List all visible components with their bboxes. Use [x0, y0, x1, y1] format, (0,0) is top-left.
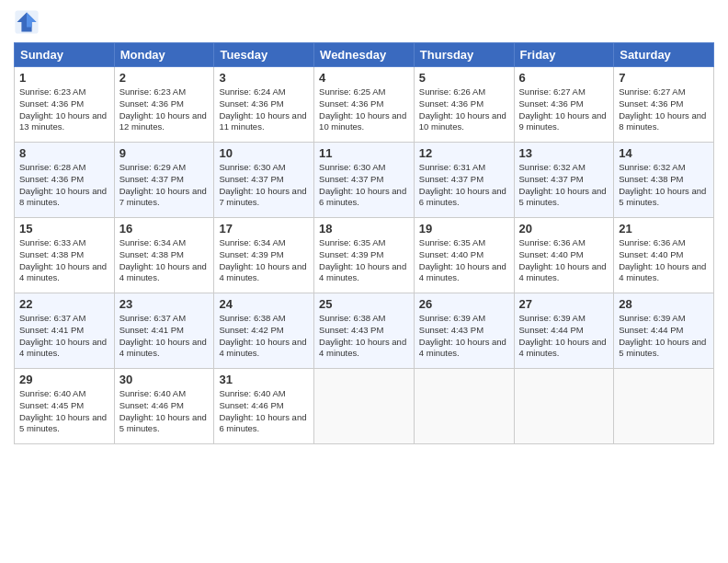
calendar-cell [614, 369, 714, 444]
day-info: Sunrise: 6:25 AMSunset: 4:36 PMDaylight:… [319, 86, 409, 133]
day-number: 30 [119, 373, 210, 386]
day-info: Sunrise: 6:29 AMSunset: 4:37 PMDaylight:… [119, 162, 210, 209]
calendar-cell: 20 Sunrise: 6:36 AMSunset: 4:40 PMDaylig… [514, 218, 614, 293]
calendar-cell: 25 Sunrise: 6:38 AMSunset: 4:43 PMDaylig… [314, 293, 415, 369]
day-info: Sunrise: 6:24 AMSunset: 4:36 PMDaylight:… [219, 86, 309, 133]
day-number: 13 [519, 146, 609, 160]
day-info: Sunrise: 6:34 AMSunset: 4:39 PMDaylight:… [219, 237, 309, 284]
day-number: 21 [619, 222, 709, 236]
calendar-cell: 2 Sunrise: 6:23 AMSunset: 4:36 PMDayligh… [114, 67, 214, 143]
calendar-header-monday: Monday [114, 43, 214, 67]
calendar-cell: 18 Sunrise: 6:35 AMSunset: 4:39 PMDaylig… [314, 218, 415, 293]
calendar-cell: 31 Sunrise: 6:40 AMSunset: 4:46 PMDaylig… [214, 369, 314, 444]
day-info: Sunrise: 6:37 AMSunset: 4:41 PMDaylight:… [119, 313, 210, 360]
day-info: Sunrise: 6:23 AMSunset: 4:36 PMDaylight:… [19, 86, 109, 133]
calendar-cell [314, 369, 415, 444]
calendar-header-wednesday: Wednesday [314, 43, 415, 67]
calendar-header-friday: Friday [514, 43, 614, 67]
calendar-cell: 21 Sunrise: 6:36 AMSunset: 4:40 PMDaylig… [614, 218, 714, 293]
calendar-cell: 11 Sunrise: 6:30 AMSunset: 4:37 PMDaylig… [314, 143, 415, 218]
day-number: 2 [119, 71, 210, 85]
day-number: 27 [519, 297, 609, 311]
calendar-cell: 10 Sunrise: 6:30 AMSunset: 4:37 PMDaylig… [214, 143, 314, 218]
day-number: 10 [219, 146, 309, 160]
calendar-cell: 14 Sunrise: 6:32 AMSunset: 4:38 PMDaylig… [614, 143, 714, 218]
day-number: 9 [119, 146, 210, 160]
calendar-cell [414, 369, 514, 444]
calendar-header-tuesday: Tuesday [214, 43, 314, 67]
day-number: 16 [119, 222, 210, 236]
calendar-cell: 13 Sunrise: 6:32 AMSunset: 4:37 PMDaylig… [514, 143, 614, 218]
day-number: 22 [19, 297, 109, 311]
day-info: Sunrise: 6:35 AMSunset: 4:39 PMDaylight:… [319, 237, 409, 284]
day-info: Sunrise: 6:38 AMSunset: 4:43 PMDaylight:… [319, 313, 409, 360]
calendar-cell: 19 Sunrise: 6:35 AMSunset: 4:40 PMDaylig… [414, 218, 514, 293]
day-info: Sunrise: 6:27 AMSunset: 4:36 PMDaylight:… [519, 86, 609, 133]
day-number: 19 [419, 222, 509, 236]
calendar-header-thursday: Thursday [414, 43, 514, 67]
day-number: 26 [419, 297, 509, 311]
day-number: 4 [319, 71, 409, 85]
calendar-cell: 3 Sunrise: 6:24 AMSunset: 4:36 PMDayligh… [214, 67, 314, 143]
day-number: 17 [219, 222, 309, 236]
calendar-week-2: 8 Sunrise: 6:28 AMSunset: 4:36 PMDayligh… [15, 143, 714, 218]
calendar-cell: 23 Sunrise: 6:37 AMSunset: 4:41 PMDaylig… [114, 293, 214, 369]
day-info: Sunrise: 6:37 AMSunset: 4:41 PMDaylight:… [19, 313, 109, 360]
day-info: Sunrise: 6:28 AMSunset: 4:36 PMDaylight:… [19, 162, 109, 209]
logo-icon [14, 9, 40, 35]
day-info: Sunrise: 6:38 AMSunset: 4:42 PMDaylight:… [219, 313, 309, 360]
day-info: Sunrise: 6:36 AMSunset: 4:40 PMDaylight:… [619, 237, 709, 284]
calendar-cell: 28 Sunrise: 6:39 AMSunset: 4:44 PMDaylig… [614, 293, 714, 369]
day-number: 20 [519, 222, 609, 236]
calendar-cell: 9 Sunrise: 6:29 AMSunset: 4:37 PMDayligh… [114, 143, 214, 218]
day-number: 11 [319, 146, 409, 160]
day-number: 24 [219, 297, 309, 311]
calendar-cell: 26 Sunrise: 6:39 AMSunset: 4:43 PMDaylig… [414, 293, 514, 369]
calendar-cell: 30 Sunrise: 6:40 AMSunset: 4:46 PMDaylig… [114, 369, 214, 444]
day-number: 28 [619, 297, 709, 311]
calendar-header-row: SundayMondayTuesdayWednesdayThursdayFrid… [15, 43, 714, 67]
day-info: Sunrise: 6:39 AMSunset: 4:44 PMDaylight:… [619, 313, 709, 360]
calendar-week-3: 15 Sunrise: 6:33 AMSunset: 4:38 PMDaylig… [15, 218, 714, 293]
calendar-cell: 17 Sunrise: 6:34 AMSunset: 4:39 PMDaylig… [214, 218, 314, 293]
day-info: Sunrise: 6:30 AMSunset: 4:37 PMDaylight:… [319, 162, 409, 209]
day-info: Sunrise: 6:40 AMSunset: 4:45 PMDaylight:… [19, 388, 109, 435]
calendar-header-saturday: Saturday [614, 43, 714, 67]
calendar-cell: 24 Sunrise: 6:38 AMSunset: 4:42 PMDaylig… [214, 293, 314, 369]
day-number: 15 [19, 222, 109, 236]
calendar-cell: 15 Sunrise: 6:33 AMSunset: 4:38 PMDaylig… [15, 218, 115, 293]
day-info: Sunrise: 6:33 AMSunset: 4:38 PMDaylight:… [19, 237, 109, 284]
calendar-cell: 1 Sunrise: 6:23 AMSunset: 4:36 PMDayligh… [15, 67, 115, 143]
day-info: Sunrise: 6:27 AMSunset: 4:36 PMDaylight:… [619, 86, 709, 133]
day-number: 29 [19, 373, 109, 386]
calendar-cell: 4 Sunrise: 6:25 AMSunset: 4:36 PMDayligh… [314, 67, 415, 143]
calendar-week-5: 29 Sunrise: 6:40 AMSunset: 4:45 PMDaylig… [15, 369, 714, 444]
day-number: 31 [219, 373, 309, 386]
day-info: Sunrise: 6:31 AMSunset: 4:37 PMDaylight:… [419, 162, 509, 209]
calendar-cell: 22 Sunrise: 6:37 AMSunset: 4:41 PMDaylig… [15, 293, 115, 369]
calendar-cell: 16 Sunrise: 6:34 AMSunset: 4:38 PMDaylig… [114, 218, 214, 293]
logo [14, 9, 43, 35]
day-number: 8 [19, 146, 109, 160]
day-info: Sunrise: 6:34 AMSunset: 4:38 PMDaylight:… [119, 237, 210, 284]
calendar-table: SundayMondayTuesdayWednesdayThursdayFrid… [14, 42, 714, 444]
calendar-cell: 29 Sunrise: 6:40 AMSunset: 4:45 PMDaylig… [15, 369, 115, 444]
calendar-week-1: 1 Sunrise: 6:23 AMSunset: 4:36 PMDayligh… [15, 67, 714, 143]
calendar-cell: 27 Sunrise: 6:39 AMSunset: 4:44 PMDaylig… [514, 293, 614, 369]
calendar-cell: 7 Sunrise: 6:27 AMSunset: 4:36 PMDayligh… [614, 67, 714, 143]
day-number: 5 [419, 71, 509, 85]
day-number: 3 [219, 71, 309, 85]
day-info: Sunrise: 6:39 AMSunset: 4:43 PMDaylight:… [419, 313, 509, 360]
day-info: Sunrise: 6:35 AMSunset: 4:40 PMDaylight:… [419, 237, 509, 284]
day-number: 18 [319, 222, 409, 236]
calendar-week-4: 22 Sunrise: 6:37 AMSunset: 4:41 PMDaylig… [15, 293, 714, 369]
day-info: Sunrise: 6:36 AMSunset: 4:40 PMDaylight:… [519, 237, 609, 284]
day-info: Sunrise: 6:32 AMSunset: 4:38 PMDaylight:… [619, 162, 709, 209]
day-number: 23 [119, 297, 210, 311]
calendar-cell: 12 Sunrise: 6:31 AMSunset: 4:37 PMDaylig… [414, 143, 514, 218]
day-number: 14 [619, 146, 709, 160]
day-number: 25 [319, 297, 409, 311]
day-info: Sunrise: 6:30 AMSunset: 4:37 PMDaylight:… [219, 162, 309, 209]
day-number: 6 [519, 71, 609, 85]
day-number: 7 [619, 71, 709, 85]
